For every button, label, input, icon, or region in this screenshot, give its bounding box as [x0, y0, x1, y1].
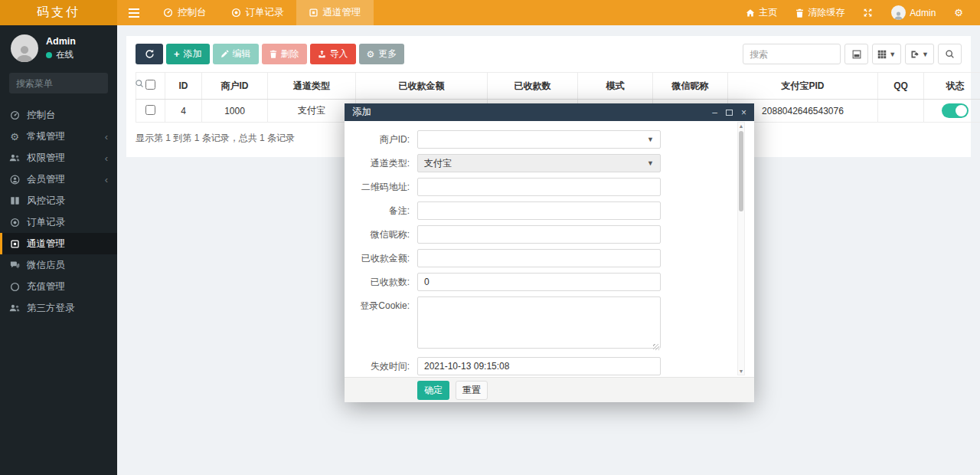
sidebar-item-general-management[interactable]: ⚙ 常规管理 ‹ — [0, 126, 117, 147]
merchant-id-select[interactable]: ▼ — [417, 130, 661, 149]
menu-label: 权限管理 — [27, 152, 65, 165]
upload-icon — [318, 50, 326, 58]
sidebar-item-recharge-management[interactable]: 充值管理 — [0, 276, 117, 297]
settings-menu[interactable]: ⚙ — [945, 0, 972, 25]
fullscreen-button[interactable] — [854, 0, 882, 25]
dialog-scrollbar[interactable]: ▲ ▼ — [737, 122, 745, 375]
menu-label: 会员管理 — [27, 173, 65, 186]
top-nav-tabs: 控制台 订单记录 通道管理 — [117, 0, 374, 25]
sidebar-item-third-party-login[interactable]: 第三方登录 — [0, 297, 117, 319]
scrollbar-thumb[interactable] — [739, 131, 743, 211]
tab-channel-management[interactable]: 通道管理 — [296, 0, 374, 25]
expire-time-input[interactable] — [417, 357, 661, 375]
close-icon[interactable]: × — [741, 108, 746, 117]
scroll-up-icon[interactable]: ▲ — [738, 123, 744, 129]
channel-type-select[interactable]: 支付宝 ▼ — [417, 154, 661, 172]
column-header: 支付宝PID — [728, 73, 878, 100]
form-row-remark: 备注: — [345, 201, 754, 220]
user-menu[interactable]: Admin — [882, 0, 945, 25]
sidebar-item-order-records[interactable]: 订单记录 — [0, 211, 117, 233]
edit-button[interactable]: 编辑 — [213, 44, 259, 64]
sidebar-menu: 控制台 ⚙ 常规管理 ‹ 权限管理 ‹ 会员管理 ‹ 风控记录 — [0, 100, 117, 319]
top-header: 码支付 控制台 订单记录 — [0, 0, 980, 25]
import-button[interactable]: 导入 — [310, 44, 356, 64]
columns-button[interactable]: ▼ — [872, 44, 901, 64]
record-icon — [231, 8, 241, 18]
row-checkbox[interactable] — [145, 105, 155, 115]
cell-qq — [878, 100, 924, 123]
sidebar-search-input[interactable] — [16, 78, 135, 89]
remark-input[interactable] — [417, 201, 661, 220]
toolbar-right: ▼ ▼ — [743, 44, 962, 64]
reset-button[interactable]: 重置 — [456, 381, 488, 400]
maximize-icon[interactable] — [726, 110, 733, 116]
window-controls: – × — [712, 108, 746, 117]
button-label: 添加 — [184, 48, 202, 61]
field-label: 已收款数: — [345, 273, 417, 291]
login-cookie-textarea[interactable] — [417, 296, 661, 349]
menu-label: 风控记录 — [27, 195, 65, 208]
dialog-footer: 确定 重置 — [345, 377, 754, 402]
table-search-input[interactable] — [743, 44, 841, 64]
select-value: 支付宝 — [424, 157, 452, 170]
sidebar-item-member-management[interactable]: 会员管理 ‹ — [0, 169, 117, 190]
form-row-login-cookie: 登录Cookie: — [345, 296, 754, 352]
trash-icon — [795, 8, 804, 18]
app-logo[interactable]: 码支付 — [0, 0, 117, 25]
cell-id: 4 — [165, 100, 202, 123]
cogs-icon: ⚙ — [9, 131, 20, 142]
refresh-button[interactable] — [136, 44, 163, 64]
columns-grid-icon — [877, 50, 887, 59]
menu-label: 充值管理 — [27, 280, 65, 293]
confirm-button[interactable]: 确定 — [417, 381, 449, 400]
add-button[interactable]: + 添加 — [166, 44, 210, 64]
tab-dashboard[interactable]: 控制台 — [151, 0, 219, 25]
pencil-icon — [220, 50, 229, 58]
select-all-checkbox[interactable] — [145, 80, 155, 90]
tab-order-records[interactable]: 订单记录 — [219, 0, 296, 25]
channel-icon — [9, 239, 20, 249]
column-header: 微信昵称 — [653, 73, 728, 100]
fullscreen-search-button[interactable] — [938, 44, 962, 64]
sidebar-toggle-button[interactable] — [117, 0, 151, 25]
caret-down-icon: ▼ — [889, 51, 896, 58]
clear-cache-button[interactable]: 清除缓存 — [786, 0, 854, 25]
home-link[interactable]: 主页 — [737, 0, 786, 25]
caret-down-icon: ▼ — [922, 51, 929, 58]
avatar — [891, 5, 906, 20]
sidebar-item-dashboard[interactable]: 控制台 — [0, 104, 117, 126]
caret-down-icon: ▼ — [647, 136, 654, 143]
top-nav-right: 主页 清除缓存 Admin ⚙ — [737, 0, 980, 25]
received-count-input[interactable] — [417, 273, 661, 291]
wechat-nickname-input[interactable] — [417, 225, 661, 244]
tab-label: 订单记录 — [246, 6, 284, 19]
hamburger-icon — [129, 8, 139, 18]
status-toggle[interactable] — [942, 103, 969, 118]
search-icon — [945, 49, 955, 59]
table-toolbar: + 添加 编辑 删除 导入 ⚙ 更多 — [136, 44, 962, 64]
minimize-icon[interactable]: – — [712, 108, 717, 117]
column-header: ID — [165, 73, 202, 100]
cogs-icon: ⚙ — [954, 7, 963, 18]
cell-channel-type: 支付宝 — [268, 100, 356, 123]
sidebar-item-wechat-clerk[interactable]: 微信店员 — [0, 254, 117, 276]
delete-button[interactable]: 删除 — [262, 44, 307, 64]
tab-label: 通道管理 — [323, 6, 361, 19]
received-amount-input[interactable] — [417, 249, 661, 267]
dialog-titlebar[interactable]: 添加 – × — [345, 103, 754, 121]
qrcode-url-input[interactable] — [417, 178, 661, 196]
field-label: 失效时间: — [345, 357, 417, 375]
sidebar-item-channel-management[interactable]: 通道管理 — [0, 233, 117, 254]
toggle-view-button[interactable] — [844, 44, 868, 64]
sidebar-item-permission-management[interactable]: 权限管理 ‹ — [0, 147, 117, 169]
dialog-title: 添加 — [352, 106, 371, 119]
add-dialog: 添加 – × 商户ID: ▼ 通道类型: 支付宝 ▼ — [345, 103, 754, 402]
scroll-down-icon[interactable]: ▼ — [738, 369, 744, 374]
cell-status — [924, 100, 980, 123]
row-checkbox-cell — [136, 100, 165, 123]
export-button[interactable]: ▼ — [905, 44, 934, 64]
more-button[interactable]: ⚙ 更多 — [359, 44, 405, 64]
sidebar-item-risk-records[interactable]: 风控记录 — [0, 190, 117, 211]
toggle-knob — [956, 105, 967, 116]
form-row-qrcode-url: 二维码地址: — [345, 178, 754, 196]
